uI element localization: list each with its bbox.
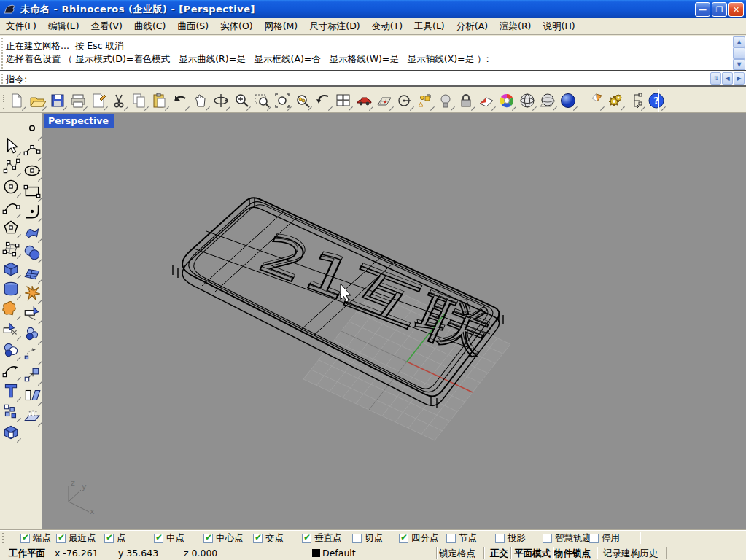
- menu-尺寸标注D[interactable]: 尺寸标注(D): [303, 18, 365, 35]
- trim-button[interactable]: [1, 320, 20, 339]
- checkbox[interactable]: [203, 534, 213, 543]
- circle-osnap-button[interactable]: [396, 92, 413, 109]
- shaded-sphere-button[interactable]: [559, 92, 577, 109]
- text-button[interactable]: [1, 381, 20, 400]
- arc-points-button[interactable]: [23, 141, 42, 160]
- new-document-button[interactable]: [8, 92, 26, 109]
- point-button[interactable]: [23, 120, 42, 139]
- scale-button[interactable]: [23, 365, 42, 384]
- checkbox[interactable]: [495, 534, 505, 543]
- perspective-viewport[interactable]: 21互联 21互联 z y x Perspective: [42, 113, 746, 529]
- orient-surface-button[interactable]: [23, 406, 42, 425]
- wireframe-sphere-button[interactable]: [518, 92, 536, 109]
- polygon-button[interactable]: [1, 218, 20, 237]
- menu-曲线C[interactable]: 曲线(C): [128, 18, 171, 35]
- status-y[interactable]: y 35.643: [118, 548, 158, 559]
- paste-button[interactable]: [151, 92, 168, 109]
- osnap-四分点[interactable]: 四分点: [399, 532, 439, 545]
- prompt-prev-button[interactable]: ◀: [722, 72, 733, 85]
- command-prompt[interactable]: 指令:: [6, 74, 27, 86]
- checkbox[interactable]: [446, 534, 456, 543]
- arc-button[interactable]: [1, 198, 20, 217]
- circles-button[interactable]: [1, 341, 20, 359]
- checkbox[interactable]: [154, 534, 163, 543]
- scroll-down-button[interactable]: ▼: [733, 59, 745, 70]
- shear-button[interactable]: [23, 386, 42, 405]
- rotate-button[interactable]: [23, 345, 42, 364]
- checkbox[interactable]: [104, 534, 114, 543]
- status-x[interactable]: x -76.261: [55, 548, 98, 559]
- osnap-垂直点[interactable]: 垂直点: [302, 532, 342, 545]
- select-points-button[interactable]: [416, 92, 434, 109]
- options-button[interactable]: [607, 92, 624, 109]
- undo-view-button[interactable]: [314, 92, 332, 109]
- select-arrow-button[interactable]: [1, 136, 20, 155]
- osnap-停用[interactable]: 停用: [589, 532, 620, 545]
- status-layer[interactable]: Default: [312, 548, 356, 559]
- minimize-button[interactable]: —: [695, 2, 710, 17]
- surface-button[interactable]: [23, 222, 42, 241]
- menu-变动T[interactable]: 变动(T): [366, 18, 408, 35]
- checkbox[interactable]: [589, 534, 599, 543]
- osnap-切点[interactable]: 切点: [352, 532, 383, 545]
- osnap-grip[interactable]: [1, 532, 4, 543]
- menu-编辑E[interactable]: 编辑(E): [42, 18, 85, 35]
- menu-查看V[interactable]: 查看(V): [85, 18, 128, 35]
- command-scrollbar[interactable]: ▲ ▼: [733, 36, 745, 70]
- close-button[interactable]: ✕: [728, 2, 744, 17]
- pan-button[interactable]: [192, 92, 209, 109]
- circle-set-button[interactable]: [23, 324, 42, 343]
- cplane-button[interactable]: [376, 92, 393, 109]
- ellipse-button[interactable]: [23, 161, 42, 180]
- menu-说明H[interactable]: 说明(H): [537, 18, 581, 35]
- material-button[interactable]: [478, 92, 495, 109]
- fillet-button[interactable]: [23, 202, 42, 221]
- spheres-button[interactable]: [23, 243, 42, 262]
- osnap-节点[interactable]: 节点: [446, 532, 477, 545]
- explode-button[interactable]: [23, 284, 42, 303]
- four-viewports-button[interactable]: [335, 92, 352, 109]
- osnap-中心点[interactable]: 中心点: [203, 532, 244, 545]
- checkbox[interactable]: [543, 534, 552, 543]
- scroll-thumb[interactable]: [733, 47, 745, 59]
- menu-曲面S[interactable]: 曲面(S): [171, 18, 214, 35]
- blend-curve-button[interactable]: [1, 361, 20, 380]
- status-z[interactable]: z 0.000: [184, 548, 217, 559]
- command-prompt-row[interactable]: 指令: ⇅ ◀ ▶: [0, 71, 746, 87]
- rotate-view-button[interactable]: [212, 92, 230, 109]
- dimension-button[interactable]: [627, 92, 645, 109]
- status-正交[interactable]: 正交: [490, 548, 508, 560]
- status-物件锁点[interactable]: 物件锁点: [554, 548, 591, 560]
- zoom-window-button[interactable]: [253, 92, 271, 109]
- scroll-up-button[interactable]: ▲: [733, 36, 745, 47]
- checkbox[interactable]: [56, 534, 66, 543]
- checkbox[interactable]: [253, 534, 263, 543]
- status-锁定格点[interactable]: 锁定格点: [439, 548, 475, 560]
- restore-button[interactable]: ❐: [712, 2, 727, 17]
- boolean-button[interactable]: [1, 300, 20, 319]
- osnap-最近点[interactable]: 最近点: [56, 532, 96, 545]
- print-button[interactable]: [69, 92, 87, 109]
- rectangle-button[interactable]: [23, 182, 42, 201]
- print-preview-button[interactable]: [90, 92, 107, 109]
- circle-button[interactable]: [1, 177, 20, 196]
- color-wheel-button[interactable]: [498, 92, 516, 109]
- save-button[interactable]: [49, 92, 66, 109]
- undo-button[interactable]: [171, 92, 189, 109]
- osnap-端点[interactable]: 端点: [20, 532, 51, 545]
- menu-实体O[interactable]: 实体(O): [214, 18, 259, 35]
- status-记录建构历史[interactable]: 记录建构历史: [603, 548, 658, 560]
- menu-网格M[interactable]: 网格(M): [259, 18, 304, 35]
- status-平面模式[interactable]: 平面模式: [514, 548, 551, 560]
- menu-渲染R[interactable]: 渲染(R): [494, 18, 537, 35]
- array-button[interactable]: [1, 402, 20, 421]
- command-history[interactable]: 正在建立网格... 按 Esc 取消 选择着色设置 （ 显示模式(D)=着色模式…: [0, 36, 746, 71]
- checkbox[interactable]: [352, 534, 362, 543]
- zoom-selected-button[interactable]: [294, 92, 311, 109]
- osnap-中点[interactable]: 中点: [154, 532, 184, 545]
- spotlight-button[interactable]: [586, 92, 604, 109]
- osnap-点[interactable]: 点: [104, 532, 126, 545]
- copy-button[interactable]: [131, 92, 148, 109]
- open-file-button[interactable]: [28, 92, 46, 109]
- menu-工具L[interactable]: 工具(L): [408, 18, 451, 35]
